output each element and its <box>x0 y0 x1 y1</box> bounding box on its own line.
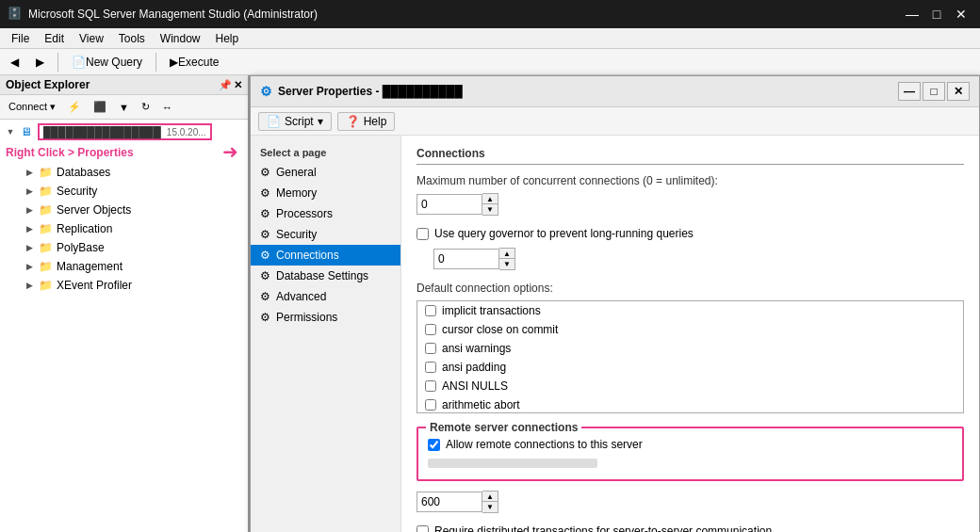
security-toggle[interactable]: ▶ <box>23 185 36 198</box>
max-connections-up[interactable]: ▲ <box>482 194 498 204</box>
query-governor-down[interactable]: ▼ <box>499 259 514 269</box>
remote-timeout-input[interactable] <box>416 492 482 512</box>
object-explorer-header: Object Explorer 📌 ✕ <box>0 75 248 95</box>
back-button[interactable]: ◀ <box>4 53 25 72</box>
tree-item-management[interactable]: ▶ 📁 Management <box>0 257 248 276</box>
close-button[interactable]: ✕ <box>950 5 972 24</box>
dialog-maximize-button[interactable]: □ <box>923 82 945 101</box>
menu-help[interactable]: Help <box>208 30 247 47</box>
connect-button[interactable]: Connect ▾ <box>4 99 60 115</box>
cb-ansi-warnings[interactable] <box>425 343 436 354</box>
option-arithmetic-abort[interactable]: arithmetic abort <box>417 395 963 413</box>
title-bar: 🗄️ Microsoft SQL Server Management Studi… <box>0 0 980 28</box>
nav-item-memory[interactable]: ⚙ Memory <box>251 183 400 203</box>
close-oe-icon[interactable]: ✕ <box>234 79 242 91</box>
execute-button[interactable]: ▶ Execute <box>163 53 225 72</box>
nav-db-settings-label: Database Settings <box>276 269 368 282</box>
polybase-toggle[interactable]: ▶ <box>23 241 36 254</box>
distributed-transactions-label: Require distributed transactions for ser… <box>434 524 772 532</box>
sync-button[interactable]: ↔ <box>157 100 177 115</box>
disconnect-button[interactable]: ⚡ <box>63 99 86 115</box>
dialog-minimize-button[interactable]: — <box>898 82 921 101</box>
cb-implicit-transactions[interactable] <box>425 305 436 316</box>
option-ansi-nulls[interactable]: ANSI NULLS <box>417 377 963 395</box>
cb-ansi-nulls[interactable] <box>425 380 436 392</box>
help-button[interactable]: ❓ Help <box>337 112 396 131</box>
tree-item-xevent-profiler[interactable]: ▶ 📁 XEvent Profiler <box>0 276 248 295</box>
cb-ansi-padding[interactable] <box>425 362 436 373</box>
databases-toggle[interactable]: ▶ <box>23 166 36 179</box>
maximize-button[interactable]: □ <box>925 5 948 24</box>
distributed-transactions-row: Require distributed transactions for ser… <box>416 524 964 532</box>
select-page-label: Select a page <box>251 143 400 162</box>
query-governor-input[interactable] <box>433 249 499 269</box>
max-connections-spinners: ▲ ▼ <box>482 193 498 216</box>
query-governor-up[interactable]: ▲ <box>499 249 514 259</box>
query-governor-checkbox[interactable] <box>416 228 429 240</box>
dialog-title-bar: ⚙ Server Properties - ██████████ — □ ✕ <box>251 76 979 107</box>
remote-timeout-down[interactable]: ▼ <box>482 502 498 512</box>
tree-item-polybase[interactable]: ▶ 📁 PolyBase <box>0 238 248 257</box>
label-cursor-close: cursor close on commit <box>442 323 558 336</box>
menu-tools[interactable]: Tools <box>111 30 153 47</box>
script-button[interactable]: 📄 Script ▾ <box>258 112 332 131</box>
script-dropdown-icon[interactable]: ▾ <box>318 115 323 128</box>
remote-server-connections-box: Remote server connections Allow remote c… <box>416 427 964 481</box>
filter-button[interactable]: ▼ <box>114 100 134 115</box>
tree-item-security[interactable]: ▶ 📁 Security <box>0 182 248 201</box>
query-governor-label: Use query governor to prevent long-runni… <box>434 227 694 240</box>
menu-edit[interactable]: Edit <box>37 30 72 47</box>
nav-advanced-label: Advanced <box>276 290 326 303</box>
dialog-title-left: ⚙ Server Properties - ██████████ <box>260 84 463 99</box>
cb-arithmetic-abort[interactable] <box>425 399 436 411</box>
management-toggle[interactable]: ▶ <box>23 260 36 273</box>
connections-section-header: Connections <box>416 147 964 165</box>
menu-window[interactable]: Window <box>153 30 208 47</box>
server-name-blurred: ████████████████ <box>43 126 161 137</box>
new-query-button[interactable]: 📄 New Query <box>65 53 149 72</box>
app-icon: 🗄️ <box>8 7 23 22</box>
pin-icon[interactable]: 📌 <box>219 79 232 91</box>
menu-file[interactable]: File <box>4 30 37 47</box>
distributed-transactions-checkbox[interactable] <box>416 525 429 533</box>
menu-view[interactable]: View <box>72 30 111 47</box>
option-ansi-warnings[interactable]: ansi warnings <box>417 339 963 358</box>
remote-timeout-up[interactable]: ▲ <box>482 492 498 502</box>
databases-folder-icon: 📁 <box>38 165 53 180</box>
allow-remote-checkbox[interactable] <box>428 439 440 451</box>
server-properties-dialog: ⚙ Server Properties - ██████████ — □ ✕ 📄… <box>250 75 980 532</box>
toolbar-separator-2 <box>155 53 156 72</box>
minimize-button[interactable]: — <box>901 5 923 24</box>
max-connections-down[interactable]: ▼ <box>482 204 498 215</box>
nav-item-permissions[interactable]: ⚙ Permissions <box>251 307 400 328</box>
option-ansi-padding[interactable]: ansi padding <box>417 358 963 377</box>
refresh-button[interactable]: ↻ <box>137 99 155 115</box>
nav-item-advanced[interactable]: ⚙ Advanced <box>251 286 400 307</box>
label-ansi-padding: ansi padding <box>442 361 506 374</box>
nav-item-database-settings[interactable]: ⚙ Database Settings <box>251 266 400 286</box>
nav-item-connections[interactable]: ⚙ Connections <box>251 245 400 266</box>
option-cursor-close[interactable]: cursor close on commit <box>417 320 963 339</box>
xevent-toggle[interactable]: ▶ <box>23 279 36 292</box>
max-connections-input[interactable] <box>416 194 482 215</box>
forward-button[interactable]: ▶ <box>29 53 51 72</box>
server-toggle[interactable]: ▼ <box>4 125 17 138</box>
connection-options-listbox[interactable]: implicit transactions cursor close on co… <box>416 300 964 413</box>
nav-processors-icon: ⚙ <box>260 207 270 220</box>
tree-item-databases[interactable]: ▶ 📁 Databases <box>0 163 248 182</box>
tree-item-server-objects[interactable]: ▶ 📁 Server Objects <box>0 201 248 219</box>
replication-toggle[interactable]: ▶ <box>23 222 36 235</box>
stop-button[interactable]: ⬛ <box>89 99 111 115</box>
server-tree-item[interactable]: ▼ 🖥 ████████████████ 15.0.20... <box>0 121 248 142</box>
nav-item-processors[interactable]: ⚙ Processors <box>251 203 400 224</box>
server-objects-label: Server Objects <box>57 203 244 217</box>
object-explorer-title: Object Explorer <box>6 78 90 91</box>
nav-item-general[interactable]: ⚙ General <box>251 162 400 183</box>
server-objects-toggle[interactable]: ▶ <box>23 203 36 217</box>
remote-timeout-spinner: ▲ ▼ <box>416 491 964 513</box>
option-implicit-transactions[interactable]: implicit transactions <box>417 301 963 320</box>
cb-cursor-close[interactable] <box>425 324 436 335</box>
dialog-close-button[interactable]: ✕ <box>947 82 970 101</box>
nav-item-security[interactable]: ⚙ Security <box>251 224 400 245</box>
tree-item-replication[interactable]: ▶ 📁 Replication <box>0 219 248 238</box>
